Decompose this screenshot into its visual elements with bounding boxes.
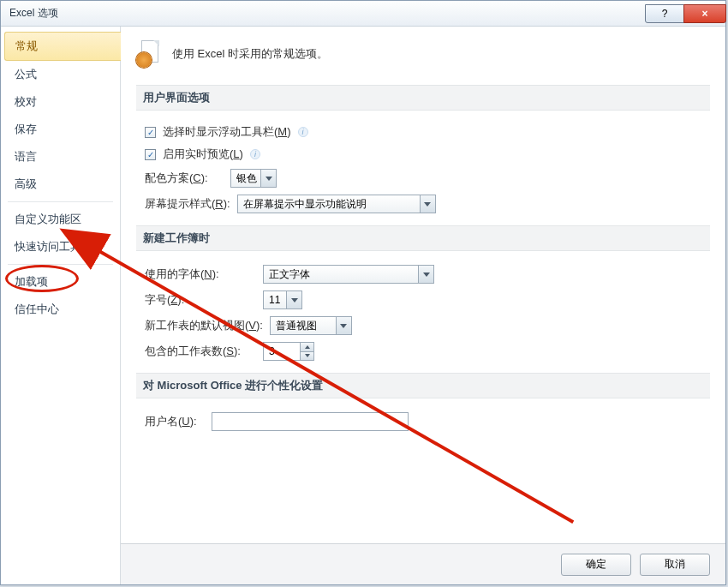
options-window: Excel 选项 ? × 常规 公式 校对 保存 语言 高级 自定义功能区 快速… [0,0,726,585]
nav-formulas[interactable]: 公式 [1,61,120,88]
ok-button[interactable]: 确定 [561,554,631,576]
nav-general[interactable]: 常规 [4,32,121,61]
chevron-down-icon [260,170,276,187]
label-color-scheme: 配色方案(C): [145,171,224,186]
footer: 确定 取消 [121,543,725,584]
nav-separator-1 [8,201,113,202]
row-mini-toolbar: ✓ 选择时显示浮动工具栏(M) i [136,121,710,143]
section-personal-head: 对 Microsoft Office 进行个性化设置 [136,373,710,398]
nav-separator-2 [8,264,113,265]
chevron-down-icon [286,291,301,308]
nav-language[interactable]: 语言 [1,143,120,171]
spinner-down-icon[interactable] [301,352,313,361]
label-mini-toolbar: 选择时显示浮动工具栏(M) [163,124,291,140]
label-font-size: 字号(Z): [145,292,256,308]
nav-trust-center[interactable]: 信任中心 [1,296,120,323]
select-default-view[interactable]: 普通视图 [270,316,352,335]
row-sheet-count: 包含的工作表数(S): 3 [136,338,710,364]
window-title: Excel 选项 [9,6,58,21]
label-font: 使用的字体(N): [145,267,256,282]
nav-customize-ribbon[interactable]: 自定义功能区 [1,206,120,233]
chevron-down-icon [420,195,435,213]
select-color-scheme[interactable]: 银色 [230,169,277,188]
nav-advanced[interactable]: 高级 [1,171,120,198]
spinner-sheet-count[interactable]: 3 [263,342,314,361]
row-live-preview: ✓ 启用实时预览(L) i [136,143,710,165]
settings-icon [136,40,164,68]
label-live-preview: 启用实时预览(L) [163,147,243,162]
content-pane: 使用 Excel 时采用的常规选项。 用户界面选项 ✓ 选择时显示浮动工具栏(M… [121,27,725,584]
label-username: 用户名(U): [145,414,205,429]
spinner-up-icon[interactable] [301,343,313,352]
select-font-size[interactable]: 11 [263,291,302,309]
row-screentip-style: 屏幕提示样式(R): 在屏幕提示中显示功能说明 [136,191,710,217]
nav-save[interactable]: 保存 [1,116,120,143]
label-sheet-count: 包含的工作表数(S): [145,344,256,359]
chevron-down-icon [418,266,433,283]
close-button[interactable]: × [683,4,726,23]
row-font-size: 字号(Z): 11 [136,287,710,313]
select-font[interactable]: 正文字体 [263,265,434,284]
section-newwb-head: 新建工作簿时 [136,225,710,251]
label-default-view: 新工作表的默认视图(V): [145,318,263,333]
info-icon[interactable]: i [250,149,260,159]
input-username[interactable] [212,412,409,431]
help-button[interactable]: ? [645,4,684,23]
intro-text: 使用 Excel 时采用的常规选项。 [172,46,328,62]
checkbox-live-preview[interactable]: ✓ [145,149,156,160]
cancel-button[interactable]: 取消 [640,554,710,576]
titlebar: Excel 选项 ? × [1,1,725,27]
nav-quick-access[interactable]: 快速访问工具栏 [1,233,120,261]
row-font: 使用的字体(N): 正文字体 [136,261,710,287]
section-ui-head: 用户界面选项 [136,85,710,111]
category-nav: 常规 公式 校对 保存 语言 高级 自定义功能区 快速访问工具栏 加载项 信任中… [1,27,121,584]
window-body: 常规 公式 校对 保存 语言 高级 自定义功能区 快速访问工具栏 加载项 信任中… [1,27,725,584]
nav-addins[interactable]: 加载项 [1,268,120,296]
row-default-view: 新工作表的默认视图(V): 普通视图 [136,313,710,338]
row-color-scheme: 配色方案(C): 银色 [136,165,710,191]
row-username: 用户名(U): [136,409,710,434]
chevron-down-icon [336,317,351,334]
window-controls: ? × [645,4,725,23]
select-screentip[interactable]: 在屏幕提示中显示功能说明 [237,195,436,213]
intro: 使用 Excel 时采用的常规选项。 [136,37,710,76]
info-icon[interactable]: i [298,127,308,137]
checkbox-mini-toolbar[interactable]: ✓ [145,127,156,138]
nav-proofing[interactable]: 校对 [1,88,120,116]
label-screentip: 屏幕提示样式(R): [145,196,230,212]
